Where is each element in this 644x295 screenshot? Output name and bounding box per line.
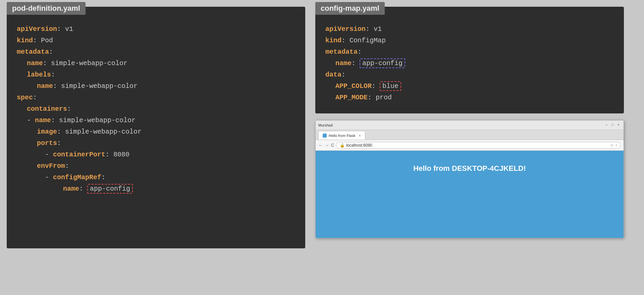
right-side: config-map.yaml apiVersion: v1 kind: Con… xyxy=(315,7,637,238)
line-11: ports: xyxy=(17,138,295,149)
line-3: metadata: xyxy=(17,46,295,58)
app-config-ref-highlight: app-config xyxy=(87,184,133,194)
line-7: spec: xyxy=(17,92,295,103)
browser-window-title: Murshad xyxy=(318,123,333,127)
line-4: name: simple-webapp-color xyxy=(17,58,295,69)
minimize-button[interactable]: — xyxy=(604,123,609,128)
left-panel-title: pod-definition.yaml xyxy=(7,2,86,15)
cm-line-6: APP_COLOR: blue xyxy=(325,81,614,92)
address-text: localhost:8080 xyxy=(346,143,372,148)
config-map-panel: config-map.yaml apiVersion: v1 kind: Con… xyxy=(315,7,624,113)
browser-titlebar-right: — □ × xyxy=(604,123,621,128)
line-15: name: app-config xyxy=(17,183,295,195)
browser-content: Hello from DESKTOP-4CJKELD! xyxy=(316,151,624,238)
line-13: envFrom: xyxy=(17,160,295,172)
tab-label: Hello from Flask xyxy=(329,134,355,138)
cm-line-1: apiVersion: v1 xyxy=(325,23,614,35)
browser-titlebar-left: Murshad xyxy=(318,123,333,127)
address-action-icons: ☆ ↑ xyxy=(610,143,617,148)
cm-line-2: kind: ConfigMap xyxy=(325,35,614,46)
pod-yaml-code: apiVersion: v1 kind: Pod metadata: name:… xyxy=(17,23,295,195)
app-config-name-highlight: app-config xyxy=(360,58,405,68)
star-icon[interactable]: ☆ xyxy=(610,143,614,148)
cm-line-3: metadata: xyxy=(325,46,614,58)
browser-page-heading: Hello from DESKTOP-4CJKELD! xyxy=(413,164,526,173)
browser-titlebar: Murshad — □ × xyxy=(316,120,624,130)
pod-definition-panel: pod-definition.yaml apiVersion: v1 kind:… xyxy=(7,7,305,248)
cm-line-4: name: app-config xyxy=(325,58,614,69)
tab-favicon-icon xyxy=(323,134,327,138)
line-10: image: simple-webapp-color xyxy=(17,126,295,138)
configmap-yaml-code: apiVersion: v1 kind: ConfigMap metadata:… xyxy=(325,23,614,103)
forward-button[interactable]: → xyxy=(325,143,329,148)
share-icon[interactable]: ↑ xyxy=(615,143,617,148)
line-5: labels: xyxy=(17,69,295,81)
lock-icon: 🔒 xyxy=(340,143,345,148)
browser-tab-flask[interactable]: Hello from Flask × xyxy=(318,131,365,140)
refresh-button[interactable]: C xyxy=(331,143,334,148)
line-8: containers: xyxy=(17,103,295,115)
cm-line-7: APP_MODE: prod xyxy=(325,92,614,103)
line-6: name: simple-webapp-color xyxy=(17,81,295,92)
line-1: apiVersion: v1 xyxy=(17,23,295,35)
browser-window: Murshad — □ × Hello from Flask × ← → C 🔒… xyxy=(315,120,624,238)
close-button[interactable]: × xyxy=(616,123,621,128)
right-panel-title: config-map.yaml xyxy=(315,2,385,15)
line-2: kind: Pod xyxy=(17,35,295,46)
line-14: - configMapRef: xyxy=(17,172,295,183)
browser-addressbar: ← → C 🔒 localhost:8080 ☆ ↑ xyxy=(316,140,624,151)
line-12: - containerPort: 8080 xyxy=(17,149,295,160)
tab-close-button[interactable]: × xyxy=(359,134,361,138)
cm-line-5: data: xyxy=(325,69,614,81)
line-9: - name: simple-webapp-color xyxy=(17,115,295,126)
browser-tabs: Hello from Flask × xyxy=(316,130,624,140)
app-color-highlight: blue xyxy=(380,81,401,91)
address-bar[interactable]: 🔒 localhost:8080 ☆ ↑ xyxy=(336,142,621,149)
back-button[interactable]: ← xyxy=(318,143,323,148)
maximize-button[interactable]: □ xyxy=(610,123,615,128)
